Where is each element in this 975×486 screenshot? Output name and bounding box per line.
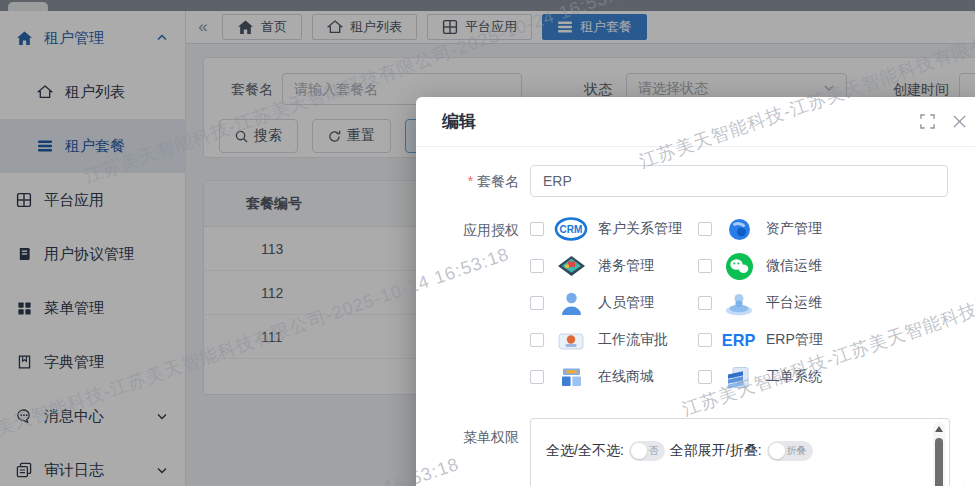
workflow-icon xyxy=(553,330,589,351)
app-checkbox[interactable] xyxy=(698,333,712,347)
select-all-label: 全选/全不选: xyxy=(546,442,624,460)
app-auth-label: 应用授权 xyxy=(449,222,519,240)
app-label: ERP管理 xyxy=(766,331,823,349)
toggle-knob xyxy=(631,443,647,459)
expand-all-toggle[interactable]: 折叠 xyxy=(767,441,813,461)
app-auth-item: CRM客户关系管理 xyxy=(530,215,682,243)
app-auth-item: ERPERP管理 xyxy=(698,326,823,354)
app-checkbox[interactable] xyxy=(698,296,712,310)
app-checkbox[interactable] xyxy=(530,333,544,347)
person-icon xyxy=(553,292,589,315)
app-root: 租户管理租户列表租户套餐平台应用用户协议管理菜单管理字典管理消息中心审计日志 «… xyxy=(0,0,975,486)
scroll-up-icon[interactable] xyxy=(935,426,943,432)
app-auth-item: 港务管理 xyxy=(530,252,654,280)
scrollbar-thumb[interactable] xyxy=(935,438,943,486)
app-label: 工作流审批 xyxy=(598,331,668,349)
app-checkbox[interactable] xyxy=(698,222,712,236)
app-label: 客户关系管理 xyxy=(598,220,682,238)
dialog-header: 编辑 xyxy=(416,97,975,147)
erp-icon: ERP xyxy=(721,329,757,351)
svg-text:ERP: ERP xyxy=(722,331,756,349)
expand-all-label: 全部展开/折叠: xyxy=(670,442,762,460)
menu-perm-box: 全选/全不选: 否 全部展开/折叠: 折叠 xyxy=(530,418,950,486)
menu-perm-controls: 全选/全不选: 否 全部展开/折叠: 折叠 xyxy=(546,441,813,461)
edit-dialog: 编辑 套餐名 应用授权 CRM客户关系管理资产管理港务管理微信运维人员管理平台运… xyxy=(416,97,975,486)
app-label: 人员管理 xyxy=(598,294,654,312)
app-label: 平台运维 xyxy=(766,294,822,312)
fullscreen-icon[interactable] xyxy=(920,114,936,130)
close-icon[interactable] xyxy=(952,114,968,130)
dialog-package-name-label: 套餐名 xyxy=(449,173,519,191)
app-auth-item: 工作流审批 xyxy=(530,326,668,354)
asset-icon xyxy=(721,218,757,241)
dialog-title: 编辑 xyxy=(442,110,476,133)
app-auth-grid: CRM客户关系管理资产管理港务管理微信运维人员管理平台运维工作流审批ERPERP… xyxy=(530,211,970,406)
app-auth-item: 人员管理 xyxy=(530,289,654,317)
app-checkbox[interactable] xyxy=(530,259,544,273)
app-auth-item: 平台运维 xyxy=(698,289,822,317)
app-auth-item: 微信运维 xyxy=(698,252,822,280)
expand-all-toggle-state: 折叠 xyxy=(787,444,813,458)
platform-icon xyxy=(721,291,757,316)
app-checkbox[interactable] xyxy=(530,222,544,236)
dialog-package-name-input[interactable] xyxy=(530,165,948,197)
app-checkbox[interactable] xyxy=(698,259,712,273)
app-label: 微信运维 xyxy=(766,257,822,275)
app-auth-item: 在线商城 xyxy=(530,363,654,391)
shop-icon xyxy=(553,367,589,388)
app-checkbox[interactable] xyxy=(530,370,544,384)
select-all-toggle-state: 否 xyxy=(649,444,665,458)
crm-icon: CRM xyxy=(553,217,589,241)
menu-perm-label: 菜单权限 xyxy=(449,429,519,447)
app-checkbox[interactable] xyxy=(698,370,712,384)
app-label: 资产管理 xyxy=(766,220,822,238)
workorder-icon xyxy=(721,366,757,389)
select-all-toggle[interactable]: 否 xyxy=(629,441,665,461)
toggle-knob xyxy=(769,443,785,459)
wechat-icon xyxy=(721,253,757,280)
app-checkbox[interactable] xyxy=(530,296,544,310)
app-auth-item: 工单系统 xyxy=(698,363,822,391)
app-label: 工单系统 xyxy=(766,368,822,386)
app-label: 在线商城 xyxy=(598,368,654,386)
menu-perm-scrollbar[interactable] xyxy=(933,422,945,486)
svg-text:CRM: CRM xyxy=(560,224,583,235)
port-icon xyxy=(553,256,589,276)
app-label: 港务管理 xyxy=(598,257,654,275)
app-auth-item: 资产管理 xyxy=(698,215,822,243)
